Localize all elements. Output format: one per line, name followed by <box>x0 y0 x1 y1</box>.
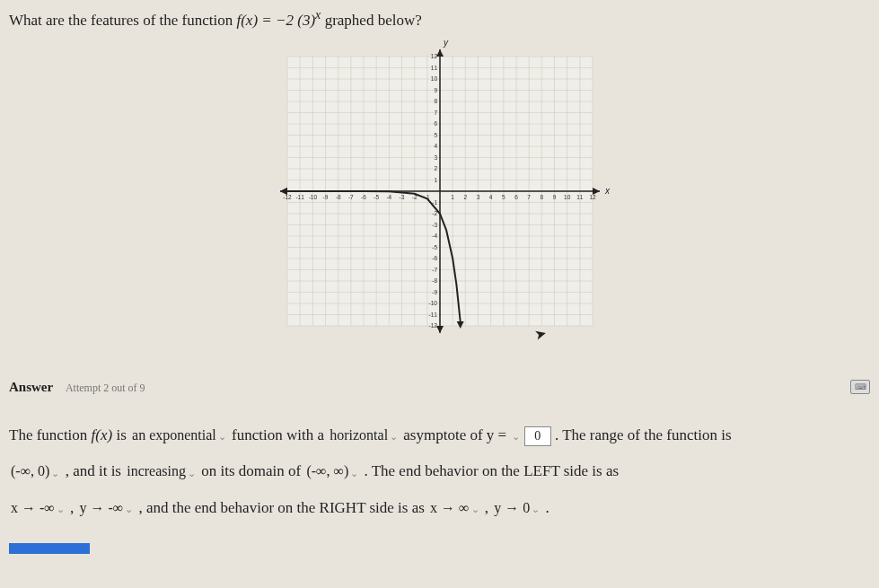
text-segment: on its domain of <box>201 462 304 479</box>
svg-text:9: 9 <box>434 86 437 92</box>
question-text: What are the features of the function f(… <box>9 7 870 30</box>
svg-marker-55 <box>436 49 444 57</box>
chevron-down-icon: ⌄ <box>188 461 196 485</box>
svg-text:-6: -6 <box>432 255 437 261</box>
svg-text:-9: -9 <box>322 194 328 200</box>
svg-text:12: 12 <box>430 53 437 59</box>
graph-svg: -12-11-10-9-8-7-6-5-4-3-2-11234567891011… <box>269 39 611 353</box>
text-segment: function with a <box>232 426 328 443</box>
svg-text:10: 10 <box>564 194 571 200</box>
chevron-down-icon: ⌄ <box>390 425 398 448</box>
dropdown-monotonicity[interactable]: increasing⌄ <box>125 454 198 488</box>
svg-text:-7: -7 <box>347 194 353 200</box>
svg-text:-4: -4 <box>386 194 391 200</box>
text-segment: . The range of the function is <box>555 426 732 443</box>
svg-text:-12: -12 <box>283 194 292 200</box>
svg-text:1: 1 <box>434 176 437 182</box>
dropdown-left-y[interactable]: y → -∞⌄ <box>77 491 135 525</box>
svg-text:-3: -3 <box>432 221 437 227</box>
submit-button[interactable] <box>9 543 90 554</box>
dropdown-value: horizontal <box>330 427 388 443</box>
dropdown-asymptote-type[interactable]: horizontal⌄ <box>328 418 400 452</box>
chevron-down-icon: ⌄ <box>512 425 520 448</box>
svg-text:-12: -12 <box>428 322 437 329</box>
svg-text:-10: -10 <box>308 194 317 200</box>
text-segment: , and the end behavior on the RIGHT side… <box>138 499 428 516</box>
dropdown-right-y[interactable]: y → 0⌄ <box>492 491 541 525</box>
svg-text:7: 7 <box>527 194 531 200</box>
text-segment: , and it is <box>66 462 126 479</box>
fn-base: f(x) = −2 (3) <box>236 12 315 29</box>
dropdown-domain[interactable]: (-∞, ∞)⌄ <box>304 454 360 488</box>
answer-fill-area: The function f(x) is an exponential⌄ fun… <box>9 417 870 527</box>
dropdown-value: y → 0 <box>494 500 530 515</box>
fn-inline: f(x) <box>92 426 113 443</box>
svg-text:3: 3 <box>434 154 437 160</box>
dropdown-value: (-∞, 0) <box>11 463 49 478</box>
svg-text:-9: -9 <box>432 288 437 294</box>
chevron-down-icon: ⌄ <box>471 497 479 521</box>
text-segment: . The end behavior on the LEFT side is a… <box>365 462 620 479</box>
svg-text:5: 5 <box>502 194 505 200</box>
attempt-text: Attempt 2 out of 9 <box>66 382 145 394</box>
chevron-down-icon: ⌄ <box>125 497 133 521</box>
question-prefix: What are the features of the function <box>9 12 236 29</box>
svg-text:-7: -7 <box>432 266 437 272</box>
svg-text:-6: -6 <box>361 194 366 200</box>
question-suffix: graphed below? <box>325 12 422 29</box>
dropdown-value: increasing <box>127 463 186 478</box>
text-segment: , <box>485 499 493 516</box>
svg-text:8: 8 <box>434 98 437 104</box>
chevron-down-icon: ⌄ <box>218 425 226 448</box>
svg-text:6: 6 <box>514 194 518 200</box>
function-expression: f(x) = −2 (3)x <box>236 12 324 29</box>
svg-text:11: 11 <box>430 64 437 70</box>
svg-text:5: 5 <box>434 131 437 137</box>
dropdown-value: x → ∞ <box>430 500 469 515</box>
text-segment: asymptote of y = <box>403 426 510 443</box>
keyboard-icon[interactable]: ⌨ <box>850 380 870 394</box>
svg-text:-4: -4 <box>432 233 437 239</box>
text-segment: The function <box>9 426 92 443</box>
svg-text:4: 4 <box>434 143 437 149</box>
svg-text:-5: -5 <box>374 194 379 200</box>
chevron-down-icon: ⌄ <box>350 461 358 485</box>
coordinate-graph: -12-11-10-9-8-7-6-5-4-3-2-11234567891011… <box>269 39 611 353</box>
fn-exponent: x <box>315 7 321 22</box>
dropdown-value: an exponential <box>132 427 216 443</box>
svg-text:2: 2 <box>434 165 437 171</box>
svg-text:6: 6 <box>434 120 437 127</box>
chevron-down-icon: ⌄ <box>51 461 59 485</box>
text-segment: , <box>70 499 78 516</box>
svg-text:y: y <box>443 39 449 48</box>
text-segment: is <box>116 426 130 443</box>
asymptote-value-input[interactable]: 0 <box>524 426 551 446</box>
svg-text:-10: -10 <box>428 300 437 306</box>
dropdown-left-x[interactable]: x → -∞⌄ <box>9 491 66 525</box>
svg-text:-8: -8 <box>432 277 437 284</box>
svg-text:2: 2 <box>463 194 467 200</box>
dropdown-range[interactable]: (-∞, 0)⌄ <box>9 454 61 488</box>
svg-text:4: 4 <box>488 194 492 200</box>
svg-text:x: x <box>604 186 611 196</box>
chevron-down-icon: ⌄ <box>57 497 65 521</box>
graph-container: -12-11-10-9-8-7-6-5-4-3-2-11234567891011… <box>9 39 870 353</box>
dropdown-value: y → -∞ <box>79 500 123 515</box>
dropdown-right-x[interactable]: x → ∞⌄ <box>428 491 480 525</box>
svg-text:1: 1 <box>451 194 454 200</box>
svg-text:10: 10 <box>430 75 437 82</box>
svg-text:7: 7 <box>434 109 437 115</box>
answer-header: Answer Attempt 2 out of 9 ⌨ <box>9 380 870 395</box>
text-segment: . <box>546 499 549 516</box>
svg-text:8: 8 <box>540 194 543 200</box>
svg-text:3: 3 <box>476 194 479 200</box>
dropdown-value: (-∞, ∞) <box>306 463 348 478</box>
chevron-down-icon: ⌄ <box>532 497 540 521</box>
dropdown-value: x → -∞ <box>11 500 55 515</box>
svg-text:11: 11 <box>576 194 584 200</box>
dropdown-function-type[interactable]: an exponential⌄ <box>130 418 228 452</box>
svg-text:-8: -8 <box>335 194 340 200</box>
svg-text:-11: -11 <box>295 194 304 200</box>
svg-text:9: 9 <box>552 194 556 200</box>
svg-marker-56 <box>436 326 444 333</box>
